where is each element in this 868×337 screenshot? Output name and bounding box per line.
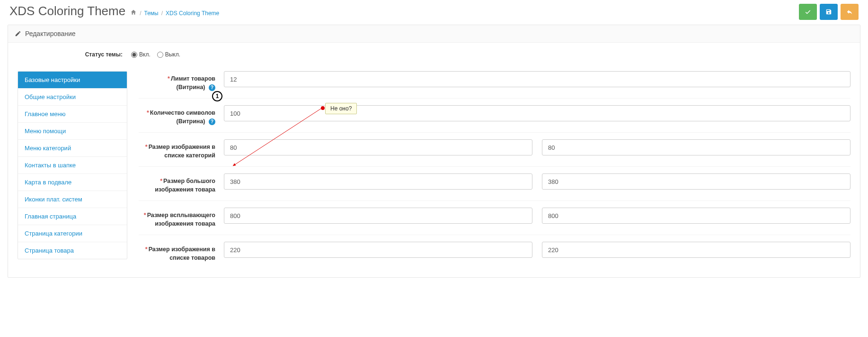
sidebar-item[interactable]: Иконки плат. систем: [18, 191, 127, 208]
panel-title: Редактирование: [25, 30, 76, 37]
home-icon: [130, 9, 137, 16]
breadcrumb-home[interactable]: [130, 9, 137, 17]
field-label-limit: *Лимит товаров (Витрина) ?: [139, 71, 224, 91]
sidebar-item[interactable]: Страница товара: [18, 242, 127, 259]
sidebar-item[interactable]: Главная страница: [18, 208, 127, 225]
list-image-width-input[interactable]: [224, 242, 532, 258]
help-icon[interactable]: ?: [209, 118, 215, 125]
status-label: Статус темы:: [18, 51, 131, 58]
status-radio-off[interactable]: Выкл.: [157, 51, 180, 58]
cat-image-height-input[interactable]: [542, 139, 850, 155]
status-radio-on[interactable]: Вкл.: [131, 51, 151, 58]
help-icon[interactable]: ?: [209, 84, 215, 91]
radio-on-input[interactable]: [131, 52, 137, 58]
sidebar-item[interactable]: Базовые настройки: [18, 72, 127, 89]
charcount-input[interactable]: [224, 105, 850, 121]
popup-image-height-input[interactable]: [542, 208, 850, 224]
radio-off-input[interactable]: [157, 52, 163, 58]
save-settings-button[interactable]: [820, 4, 838, 20]
field-label-cat-image: *Размер изображения в списке категорий: [139, 139, 224, 160]
sidebar-item[interactable]: Контакты в шапке: [18, 157, 127, 174]
field-label-charcount: *Количество символов (Витрина) ?: [139, 105, 224, 126]
pencil-icon: [15, 30, 21, 37]
sidebar: Базовые настройкиОбщие настройкиГлавное …: [18, 71, 127, 259]
popup-image-width-input[interactable]: [224, 208, 532, 224]
sidebar-item[interactable]: Страница категории: [18, 225, 127, 242]
breadcrumb-sep: /: [140, 10, 141, 17]
breadcrumb-themes[interactable]: Темы: [144, 10, 159, 17]
big-image-width-input[interactable]: [224, 173, 532, 190]
sidebar-item[interactable]: Карта в подвале: [18, 174, 127, 191]
sidebar-item[interactable]: Меню категорий: [18, 140, 127, 157]
check-icon: [805, 9, 811, 15]
annotation-box: Не оно?: [325, 103, 357, 114]
cat-image-width-input[interactable]: [224, 139, 532, 155]
back-button[interactable]: [841, 4, 859, 20]
breadcrumb-current[interactable]: XDS Coloring Theme: [166, 10, 219, 17]
field-label-big-image: *Размер большого изображения товара: [139, 173, 224, 194]
save-icon: [825, 9, 832, 15]
save-button[interactable]: [799, 4, 817, 20]
breadcrumb-sep: /: [161, 10, 163, 17]
sidebar-item[interactable]: Общие настройки: [18, 89, 127, 106]
page-title: XDS Coloring Theme: [9, 4, 125, 18]
sidebar-item[interactable]: Главное меню: [18, 106, 127, 123]
breadcrumb: / Темы / XDS Coloring Theme: [130, 9, 219, 17]
list-image-height-input[interactable]: [542, 242, 850, 258]
reply-icon: [846, 9, 853, 15]
field-label-popup-image: *Размер всплывающего изображения товара: [139, 208, 224, 228]
sidebar-item[interactable]: Меню помощи: [18, 123, 127, 140]
big-image-height-input[interactable]: [542, 173, 850, 190]
panel-heading: Редактирование: [8, 25, 860, 43]
limit-input[interactable]: [224, 71, 850, 87]
field-label-list-image: *Размер изображения в списке товаров: [139, 242, 224, 262]
